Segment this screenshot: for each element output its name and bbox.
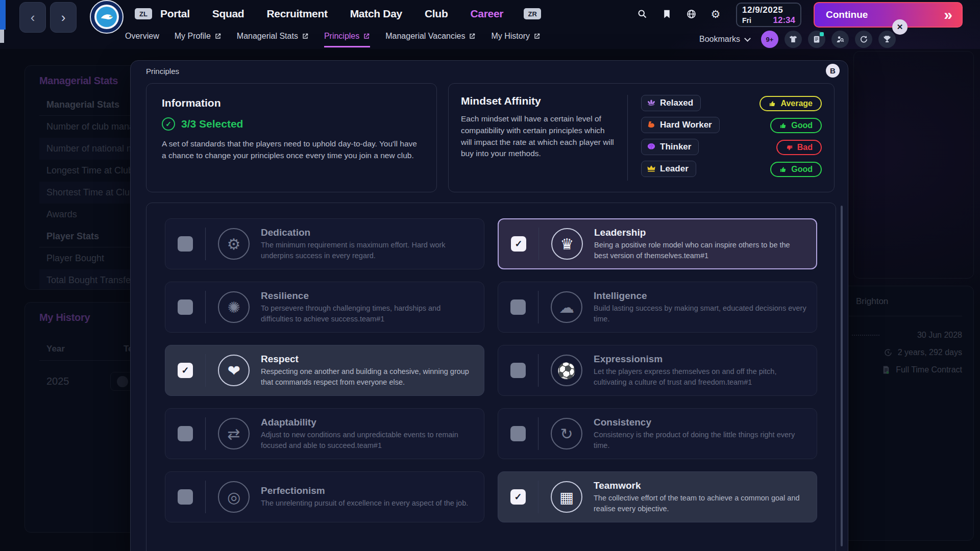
mindset-chip-thinker: Thinker bbox=[641, 139, 699, 155]
tab-recruitment[interactable]: Recruitment bbox=[266, 8, 327, 20]
game-day: Fri bbox=[742, 16, 751, 24]
principle-description: Being a positive role model who can insp… bbox=[594, 240, 806, 261]
divider bbox=[627, 95, 628, 181]
tab-match-day[interactable]: Match Day bbox=[350, 8, 402, 20]
principle-checkbox[interactable]: ✓ bbox=[178, 489, 193, 505]
settings-gear-icon[interactable]: ⚙ bbox=[709, 8, 722, 20]
principle-card-expressionism[interactable]: ✓ ⚽ Expressionism Let the players expres… bbox=[498, 345, 817, 396]
subtab-my-history[interactable]: My History bbox=[491, 32, 541, 47]
principle-description: Consistency is the product of doing the … bbox=[594, 430, 806, 450]
external-link-icon bbox=[302, 33, 309, 40]
principles-grid-panel: ✓ ⚙ Dedication The minimum requirement i… bbox=[146, 203, 836, 551]
mindset-chip-hard-worker: Hard Worker bbox=[641, 117, 720, 133]
b-button-hint[interactable]: B bbox=[826, 64, 840, 78]
rating-pill-good: Good bbox=[770, 162, 822, 177]
cycle-icon: ↻ bbox=[551, 418, 582, 449]
principle-checkbox[interactable]: ✓ bbox=[178, 363, 193, 378]
principle-checkbox[interactable]: ✓ bbox=[510, 363, 526, 378]
top-navigation-bar: ‹ › ZL Portal Squad Recruitment Match Da… bbox=[0, 0, 980, 28]
continue-label: Continue bbox=[826, 9, 868, 20]
tab-squad[interactable]: Squad bbox=[212, 8, 244, 20]
principle-description: Let the players express themselves on an… bbox=[594, 366, 806, 387]
principle-name: Adaptability bbox=[261, 417, 474, 428]
chevron-right-icon: › bbox=[61, 10, 66, 26]
principle-card-leadership[interactable]: ✓ ♛ Leadership Being a positive role mod… bbox=[498, 218, 817, 269]
principle-checkbox[interactable]: ✓ bbox=[511, 236, 526, 252]
topbar-right-cluster: ⚙ 12/9/2025 Fri 12:34 Continue » ✕ bbox=[624, 0, 963, 28]
principle-name: Intelligence bbox=[594, 290, 806, 302]
principles-modal: Principles B Information ✓ 3/3 Selected … bbox=[130, 60, 848, 551]
swap-arrows-icon: ⇄ bbox=[218, 418, 250, 449]
globe-icon[interactable] bbox=[685, 8, 697, 20]
thought-bubble-icon: ☁ bbox=[551, 291, 582, 323]
rating-pill-good: Good bbox=[770, 118, 822, 133]
checkmark-icon: ✓ bbox=[181, 365, 189, 376]
subtab-managerial-vacancies[interactable]: Managerial Vacancies bbox=[385, 32, 476, 47]
scouting-icon[interactable] bbox=[831, 31, 849, 48]
principle-checkbox[interactable]: ✓ bbox=[510, 426, 526, 441]
zr-shoulder-button[interactable]: ZR bbox=[524, 8, 541, 19]
bicep-icon bbox=[646, 120, 656, 130]
trophy-icon[interactable] bbox=[878, 31, 896, 48]
principle-card-resilience[interactable]: ✓ ✺ Resilience To persevere through chal… bbox=[165, 282, 484, 333]
information-panel: Information ✓ 3/3 Selected A set of stan… bbox=[146, 83, 437, 192]
modal-scrollbar[interactable] bbox=[841, 206, 843, 546]
principle-card-adaptability[interactable]: ✓ ⇄ Adaptability Adjust to new condition… bbox=[165, 408, 484, 459]
subtab-my-profile[interactable]: My Profile bbox=[175, 32, 222, 47]
principle-name: Respect bbox=[261, 354, 474, 365]
game-date: 12/9/2025 bbox=[742, 5, 795, 15]
search-icon[interactable] bbox=[636, 8, 648, 20]
principle-checkbox[interactable]: ✓ bbox=[510, 489, 526, 505]
principle-card-intelligence[interactable]: ✓ ☁ Intelligence Build lasting success b… bbox=[498, 282, 817, 333]
principle-name: Leadership bbox=[594, 227, 806, 238]
principle-card-respect[interactable]: ✓ ❤ Respect Respecting one another and b… bbox=[165, 345, 484, 396]
principle-card-dedication[interactable]: ✓ ⚙ Dedication The minimum requirement i… bbox=[165, 218, 484, 269]
lotus-icon bbox=[646, 98, 656, 108]
tab-portal[interactable]: Portal bbox=[160, 8, 190, 20]
principle-name: Expressionism bbox=[594, 354, 806, 365]
tactics-board-icon: ▦ bbox=[551, 481, 582, 513]
mindset-affinity-panel: Mindset Affinity Each mindset will have … bbox=[448, 83, 835, 192]
nav-back-button[interactable]: ‹ bbox=[19, 2, 46, 33]
kit-shirt-icon[interactable] bbox=[785, 31, 802, 48]
principle-description: To persevere through challenging times, … bbox=[261, 303, 474, 324]
subtab-principles[interactable]: Principles bbox=[324, 32, 370, 47]
principle-description: Adjust to new conditions and unpredictab… bbox=[261, 430, 474, 450]
selection-status: ✓ 3/3 Selected bbox=[162, 117, 421, 131]
messages-badge[interactable]: 9+ bbox=[761, 31, 778, 48]
principle-checkbox[interactable]: ✓ bbox=[510, 299, 526, 315]
affinity-ratings: Average Good Bad Good bbox=[760, 95, 822, 181]
principle-card-perfectionism[interactable]: ✓ ◎ Perfectionism The unrelenting pursui… bbox=[165, 471, 484, 522]
bookmark-icon[interactable] bbox=[660, 8, 673, 20]
game-screen: ‹ › ZL Portal Squad Recruitment Match Da… bbox=[0, 0, 980, 551]
continue-button[interactable]: Continue » ✕ bbox=[814, 2, 963, 28]
principle-name: Consistency bbox=[594, 417, 806, 428]
news-clipboard-icon[interactable] bbox=[808, 31, 825, 48]
tab-career[interactable]: Career bbox=[470, 8, 503, 20]
principle-checkbox[interactable]: ✓ bbox=[178, 299, 193, 315]
principle-checkbox[interactable]: ✓ bbox=[178, 426, 193, 441]
principle-card-teamwork[interactable]: ✓ ▦ Teamwork The collective effort of th… bbox=[498, 471, 817, 522]
game-date-widget[interactable]: 12/9/2025 Fri 12:34 bbox=[736, 3, 801, 27]
mindset-list: Relaxed Hard Worker Thinker Leader bbox=[641, 95, 720, 181]
principle-description: Build lasting success by making smart, e… bbox=[594, 303, 806, 324]
principle-description: Respecting one another and building a co… bbox=[261, 366, 474, 387]
zl-shoulder-button[interactable]: ZL bbox=[135, 8, 152, 19]
subtab-overview[interactable]: Overview bbox=[125, 32, 159, 47]
mindset-chip-relaxed: Relaxed bbox=[641, 95, 701, 111]
chevron-down-icon bbox=[744, 35, 751, 42]
thumbs-up-icon bbox=[769, 100, 776, 108]
subtab-managerial-stats[interactable]: Managerial Stats bbox=[237, 32, 309, 47]
principle-card-consistency[interactable]: ✓ ↻ Consistency Consistency is the produ… bbox=[498, 408, 817, 459]
bookmarks-dropdown[interactable]: Bookmarks bbox=[699, 35, 750, 44]
external-link-icon bbox=[363, 33, 370, 40]
cycle-icon[interactable] bbox=[855, 31, 872, 48]
principle-description: The unrelenting pursuit of excellence in… bbox=[261, 498, 468, 509]
chevron-left-icon: ‹ bbox=[31, 10, 35, 26]
principle-name: Teamwork bbox=[594, 480, 806, 491]
principle-checkbox[interactable]: ✓ bbox=[178, 236, 193, 252]
principle-description: The collective effort of the team to ach… bbox=[594, 493, 806, 514]
nav-forward-button[interactable]: › bbox=[50, 2, 77, 33]
tab-club[interactable]: Club bbox=[425, 8, 448, 20]
target-icon: ◎ bbox=[218, 481, 250, 513]
